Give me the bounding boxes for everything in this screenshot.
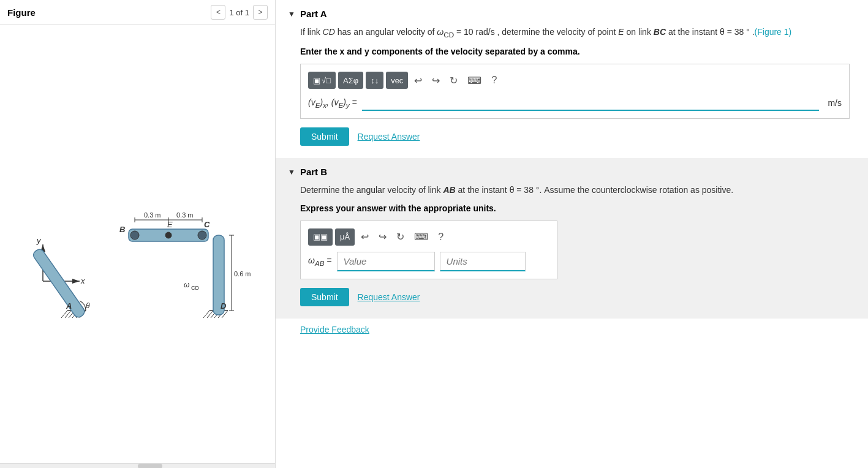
part-a-keyboard-btn[interactable]: ⌨: [464, 72, 485, 89]
part-b-actions: Submit Request Answer: [300, 288, 850, 306]
part-a-sqrt-btn[interactable]: ▣√□: [308, 72, 336, 89]
part-b-problem-text: Determine the angular velocity of link A…: [300, 183, 850, 197]
svg-line-8: [65, 311, 71, 318]
part-a-input[interactable]: [362, 95, 820, 111]
part-a-vec-btn[interactable]: vec: [386, 72, 408, 89]
part-a-redo-btn[interactable]: ↪: [428, 72, 443, 89]
part-b-refresh-btn[interactable]: ↻: [393, 228, 408, 246]
part-a-help-btn[interactable]: ?: [488, 72, 500, 89]
svg-text:A: A: [66, 301, 72, 311]
svg-text:0.3 m: 0.3 m: [176, 211, 194, 219]
svg-point-28: [198, 231, 206, 240]
figure-nav: < 1 of 1 >: [211, 5, 268, 20]
figure-prev-btn[interactable]: <: [211, 5, 225, 20]
svg-text:ω: ω: [184, 281, 189, 289]
part-b-matrix-btn[interactable]: ▣▣: [308, 228, 333, 246]
svg-text:B: B: [119, 225, 125, 234]
svg-text:E: E: [167, 220, 173, 229]
part-a-section: ▼ Part A If link CD has an angular veloc…: [276, 0, 868, 158]
part-a-request-btn[interactable]: Request Answer: [358, 132, 420, 142]
svg-text:x: x: [80, 276, 85, 285]
part-b-body: Determine the angular velocity of link A…: [276, 183, 868, 318]
svg-text:0.6 m: 0.6 m: [234, 270, 251, 277]
svg-line-7: [61, 311, 67, 318]
part-a-undo-btn[interactable]: ↩: [410, 72, 426, 89]
svg-text:C: C: [204, 220, 210, 229]
svg-line-15: [207, 311, 213, 318]
part-a-input-label: (vE)x, (vE)y =: [308, 97, 357, 109]
part-a-answer-box: ▣√□ ΑΣφ ↕↓ vec ↩ ↪ ↻ ⌨ ? (vE)x, (vE)y = …: [300, 64, 850, 119]
part-a-label: Part A: [300, 9, 327, 19]
feedback-btn[interactable]: Provide Feedback: [276, 319, 388, 347]
figure-ref-link[interactable]: (Figure 1): [755, 27, 792, 37]
part-b-keyboard-btn[interactable]: ⌨: [410, 228, 432, 246]
part-a-symbol-btn[interactable]: ΑΣφ: [338, 72, 363, 89]
part-b-submit-btn[interactable]: Submit: [300, 288, 349, 306]
part-a-input-row: (vE)x, (vE)y = m/s: [308, 95, 842, 111]
part-a-header[interactable]: ▼ Part A: [276, 0, 868, 25]
part-a-actions: Submit Request Answer: [300, 127, 850, 146]
svg-text:0.3 m: 0.3 m: [144, 211, 161, 219]
part-a-unit: m/s: [828, 98, 842, 108]
part-b-label: Part B: [300, 167, 327, 177]
part-b-section: ▼ Part B Determine the angular velocity …: [276, 158, 868, 318]
svg-point-27: [130, 231, 139, 240]
svg-line-14: [203, 311, 209, 318]
svg-text:CD: CD: [191, 285, 199, 291]
scroll-thumb: [138, 464, 162, 468]
part-a-body: If link CD has an angular velocity of ωC…: [276, 25, 868, 158]
part-b-units-input[interactable]: [440, 252, 526, 271]
svg-point-29: [165, 232, 172, 238]
right-panel: ▼ Part A If link CD has an angular veloc…: [276, 0, 868, 468]
figure-count: 1 of 1: [229, 8, 249, 17]
part-a-submit-btn[interactable]: Submit: [300, 127, 349, 146]
part-a-instruction: Enter the x and y components of the velo…: [300, 47, 850, 56]
part-a-arrow: ▼: [288, 10, 295, 18]
part-a-arrow-btn[interactable]: ↕↓: [366, 72, 383, 89]
part-b-request-btn[interactable]: Request Answer: [358, 292, 420, 302]
part-a-problem-text: If link CD has an angular velocity of ωC…: [300, 25, 850, 40]
part-b-value-input[interactable]: [337, 252, 435, 271]
part-b-toolbar: ▣▣ μÅ ↩ ↪ ↻ ⌨ ?: [308, 228, 549, 246]
figure-content: y x: [0, 25, 275, 463]
part-a-toolbar: ▣√□ ΑΣφ ↕↓ vec ↩ ↪ ↻ ⌨ ?: [308, 72, 842, 89]
part-b-header[interactable]: ▼ Part B: [276, 158, 868, 183]
svg-rect-24: [31, 247, 86, 319]
part-a-refresh-btn[interactable]: ↻: [446, 72, 461, 89]
part-b-undo-btn[interactable]: ↩: [357, 228, 372, 246]
figure-header: Figure < 1 of 1 >: [0, 0, 275, 25]
part-b-arrow: ▼: [288, 168, 295, 176]
svg-text:y: y: [36, 236, 42, 245]
part-b-omega-label: ωAB =: [308, 255, 332, 267]
part-b-input-row: ωAB =: [308, 252, 549, 271]
part-b-unit-btn[interactable]: μÅ: [335, 228, 355, 246]
part-b-answer-box: ▣▣ μÅ ↩ ↪ ↻ ⌨ ? ωAB =: [300, 221, 557, 279]
svg-text:D: D: [221, 301, 227, 311]
part-b-instruction: Express your answer with the appropriate…: [300, 203, 850, 213]
left-panel: Figure < 1 of 1 > y x: [0, 0, 276, 468]
figure-diagram: y x: [25, 159, 251, 330]
scroll-indicator: [0, 463, 275, 468]
figure-next-btn[interactable]: >: [253, 5, 268, 20]
svg-text:θ: θ: [86, 301, 90, 310]
part-b-redo-btn[interactable]: ↪: [375, 228, 390, 246]
figure-title: Figure: [7, 7, 36, 18]
svg-marker-5: [72, 279, 80, 284]
part-b-help-btn[interactable]: ?: [434, 228, 447, 246]
